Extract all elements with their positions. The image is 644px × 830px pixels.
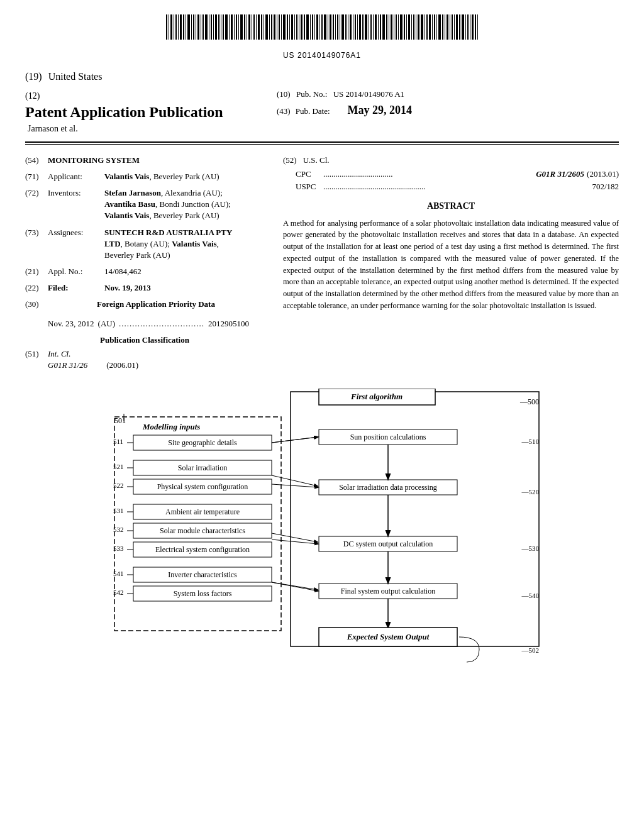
barcode-area: US 20140149076A1 <box>0 0 644 64</box>
svg-rect-20 <box>213 14 214 40</box>
ref-502: —502 <box>521 646 540 654</box>
abstract-section: ABSTRACT A method for analysing performa… <box>283 200 619 312</box>
svg-rect-11 <box>191 14 192 40</box>
applicant-label: Applicant: <box>48 171 104 182</box>
svg-rect-52 <box>294 14 295 40</box>
svg-rect-44 <box>274 14 275 40</box>
pub-no-line: (10) Pub. No.: US 2014/0149076 A1 <box>277 89 619 100</box>
us-cl-header: (52) U.S. Cl. <box>283 155 619 166</box>
svg-rect-38 <box>258 14 260 40</box>
svg-rect-112 <box>447 14 448 40</box>
box-531-label: Ambient air temperature <box>165 507 240 516</box>
cpc-value: G01R 31/2605 <box>536 169 584 180</box>
svg-rect-53 <box>296 14 297 40</box>
svg-rect-121 <box>470 14 470 40</box>
svg-rect-119 <box>465 14 466 40</box>
uspc-value: 702/182 <box>592 181 619 192</box>
box-511-label: Site geographic details <box>168 438 237 447</box>
svg-rect-86 <box>380 14 381 40</box>
svg-rect-51 <box>291 14 293 40</box>
uspc-dots: ........................................… <box>323 181 589 192</box>
svg-rect-124 <box>477 14 478 40</box>
diagram-section: First algorithm —500 Modelling inputs 50… <box>0 376 644 678</box>
svg-rect-82 <box>370 14 372 40</box>
foreign-num: (30) <box>25 299 48 313</box>
ref-530: —530 <box>521 545 540 552</box>
cpc-label: CPC <box>296 169 321 180</box>
inventor-1: Stefan Jarnason, Alexandria (AU); <box>104 187 264 199</box>
svg-rect-48 <box>283 14 286 40</box>
svg-rect-79 <box>362 14 364 40</box>
svg-rect-6 <box>178 14 179 40</box>
foreign-serial: 2012905100 <box>208 318 249 329</box>
box-530-label: DC system output calculation <box>343 540 433 548</box>
svg-rect-113 <box>450 14 450 40</box>
expected-output-label: Expected System Output <box>347 632 430 641</box>
svg-rect-99 <box>413 14 414 40</box>
pub-no-num: (10) <box>277 89 291 99</box>
assignees-section: (73) Assignees: SUNTECH R&D AUSTRALIA PT… <box>25 227 264 262</box>
svg-rect-4 <box>174 14 174 40</box>
abstract-title: ABSTRACT <box>283 200 619 213</box>
svg-rect-13 <box>196 14 196 40</box>
applicant-value: Valantis Vais, Beverley Park (AU) <box>104 171 264 182</box>
int-cl-label: Int. Cl. <box>48 348 264 360</box>
svg-rect-78 <box>359 14 361 40</box>
svg-rect-94 <box>400 14 402 40</box>
svg-rect-100 <box>416 14 416 40</box>
cpc-dots: .................................. <box>323 169 533 180</box>
svg-rect-28 <box>234 14 235 40</box>
svg-rect-74 <box>350 14 352 40</box>
svg-rect-69 <box>337 14 338 40</box>
us-cl-num: (52) <box>283 155 297 166</box>
svg-rect-7 <box>180 14 182 40</box>
applicant-num: (71) <box>25 171 48 182</box>
pub-date-value: May 29, 2014 <box>348 102 413 118</box>
svg-rect-64 <box>324 14 326 40</box>
svg-rect-101 <box>418 14 419 40</box>
foreign-num-row: (30) Foreign Application Priority Data <box>25 299 264 313</box>
svg-rect-55 <box>301 14 303 40</box>
footer-space <box>0 678 644 703</box>
num-531: 531 <box>113 507 124 514</box>
svg-rect-123 <box>475 14 476 40</box>
svg-rect-3 <box>170 14 172 40</box>
svg-rect-37 <box>256 14 257 40</box>
svg-rect-83 <box>373 14 374 40</box>
box-532-label: Solar module characteristics <box>160 526 245 535</box>
svg-rect-97 <box>408 14 410 40</box>
patent-type: (12) Patent Application Publication <box>25 85 264 121</box>
appl-no-num: (21) <box>25 266 48 277</box>
svg-rect-70 <box>340 14 340 40</box>
pub-date-line: (43) Pub. Date: May 29, 2014 <box>277 102 619 118</box>
header-right: (10) Pub. No.: US 2014/0149076 A1 (43) P… <box>264 70 619 135</box>
svg-rect-18 <box>209 14 209 40</box>
pub-class-title: Publication Classification <box>25 335 264 346</box>
box-540-label: Final system output calculation <box>341 587 435 595</box>
int-cl-content: Int. Cl. G01R 31/26 (2006.01) <box>48 348 264 371</box>
svg-rect-31 <box>240 14 243 40</box>
svg-rect-63 <box>321 14 323 40</box>
svg-rect-65 <box>328 14 328 40</box>
svg-rect-96 <box>406 14 407 40</box>
box-541-label: Inverter characteristics <box>168 570 237 579</box>
int-cl-code: G01R 31/26 <box>48 360 87 371</box>
filed-num: (22) <box>25 282 48 294</box>
svg-rect-34 <box>248 14 250 40</box>
svg-rect-66 <box>330 14 331 40</box>
filed-value: Nov. 19, 2013 <box>104 282 264 294</box>
svg-rect-9 <box>186 14 186 40</box>
svg-rect-47 <box>281 14 282 40</box>
int-cl-section: (51) Int. Cl. G01R 31/26 (2006.01) <box>25 348 264 371</box>
foreign-data-row: Nov. 23, 2012 (AU) .....................… <box>48 318 264 329</box>
svg-rect-14 <box>197 14 199 40</box>
svg-rect-10 <box>187 14 190 40</box>
pub-no-value: US 2014/0149076 A1 <box>333 89 404 99</box>
pub-class-section: Publication Classification (51) Int. Cl.… <box>25 335 264 372</box>
publication-number: US 20140149076A1 <box>0 50 644 61</box>
inventor-3: Valantis Vais, Beverley Park (AU) <box>104 210 264 221</box>
ref-520: —520 <box>521 488 540 495</box>
svg-rect-57 <box>306 14 309 40</box>
box-510-label: Sun position calculations <box>350 433 426 441</box>
num-532: 532 <box>113 526 124 533</box>
